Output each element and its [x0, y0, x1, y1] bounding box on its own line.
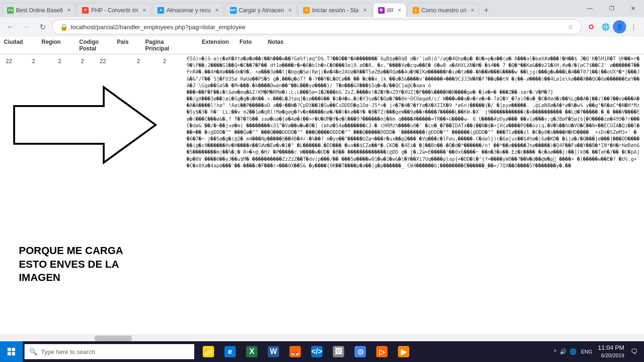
tab-favicon-t4: BP	[230, 7, 237, 14]
tab-label-t5: Iniciar sesión - Sta	[312, 7, 359, 14]
maximize-button[interactable]: ❐	[601, 0, 622, 17]
taskbar-app-vs-code[interactable]: </>	[306, 341, 327, 362]
tab-favicon-t6: ⊞	[378, 7, 385, 14]
opera-icon[interactable]: O	[585, 20, 598, 33]
taskbar-app-word[interactable]: W	[263, 341, 284, 362]
url-bar[interactable]: 🔒 localhost/parcial2/handler_employees.p…	[52, 19, 582, 34]
network-icon[interactable]: 🌐	[570, 348, 577, 355]
tab-close-t6[interactable]: ✕	[397, 8, 401, 13]
text-annotation: PORQUE ME CARGA ESTO ENVES DE LA IMAGEN	[19, 244, 123, 285]
menu-button[interactable]: ⋮	[627, 20, 640, 33]
notifications-button[interactable]: 🗨	[628, 341, 640, 362]
taskbar-app-icon-excel: X	[246, 346, 257, 357]
taskbar-app-icon-word: W	[268, 346, 279, 357]
taskbar-app-firefox[interactable]: 🦊	[285, 341, 305, 362]
header-codigo: Codigo Postal	[79, 39, 117, 52]
tab-t4[interactable]: BPCargar y Almacen✕	[225, 3, 297, 17]
tab-favicon-t7: S	[413, 7, 419, 14]
tab-close-t7[interactable]: ✕	[471, 8, 474, 13]
profile-avatar[interactable]: 👤	[613, 20, 626, 33]
tab-t5[interactable]: SIniciar sesión - Sta✕	[298, 3, 372, 17]
taskbar-app-edge[interactable]: e	[220, 341, 240, 362]
taskbar-app-excel[interactable]: X	[241, 341, 262, 362]
tab-close-t4[interactable]: ✕	[288, 8, 292, 13]
scrollbar-thumb[interactable]	[94, 336, 132, 341]
search-placeholder-text: Type here to search	[41, 348, 95, 355]
window-controls: — ❐ ✕	[579, 0, 644, 17]
new-tab-button[interactable]: +	[479, 4, 493, 17]
header-foto: Foto	[239, 39, 268, 52]
cell-ciudad: 22	[4, 58, 30, 65]
search-icon: 🔍	[29, 348, 37, 355]
tab-close-t2[interactable]: ✕	[142, 8, 146, 13]
chevron-icon[interactable]: ^	[554, 348, 557, 355]
translate-icon[interactable]: 🌐	[599, 20, 612, 33]
taskbar-app-icon-vlc: ▶	[398, 346, 409, 357]
taskbar-app-paint[interactable]: 🖼	[328, 341, 349, 362]
reload-button[interactable]: ↻	[36, 20, 49, 33]
page-content: Ciudad Region Codigo Postal Pais Pagina …	[0, 37, 644, 341]
garbled-text-area: €5ö)>�(ö-ø)c�øK�Xtø�ø�ø��(��h���w��?Gø%f…	[184, 54, 644, 341]
taskbar-apps: 📁eXW🦊</>🖼⊙▷▶	[198, 341, 414, 362]
tab-favicon-t2: P	[82, 7, 89, 14]
system-icons: ^ 🔊 🌐	[554, 348, 577, 355]
taskbar-app-vlc[interactable]: ▶	[393, 341, 414, 362]
bookmark-icon[interactable]: ☆	[568, 23, 574, 31]
taskbar: 🔍 Type here to search 📁eXW🦊</>🖼⊙▷▶ ^ 🔊 🌐…	[0, 341, 644, 362]
taskbar-app-icon-vs-code: </>	[311, 346, 322, 357]
clock-date: 6/20/2019	[598, 352, 624, 359]
tab-label-t4: Cargar y Almacen	[239, 7, 284, 14]
address-bar: ← → ↻ 🔒 localhost/parcial2/handler_emplo…	[0, 17, 644, 37]
tab-label-t7: Como muestro un	[421, 7, 466, 14]
horizontal-scrollbar[interactable]	[0, 335, 644, 341]
left-panel: 22 2 2 2 22 2 2 PORQUE ME CARGA	[0, 54, 184, 341]
taskbar-app-file-explorer[interactable]: 📁	[198, 341, 219, 362]
header-region: Region	[41, 39, 79, 52]
start-button[interactable]	[0, 341, 23, 362]
header-pagina: Pagina Principal	[145, 39, 202, 52]
language-indicator: ENG	[581, 349, 593, 354]
close-button[interactable]: ✕	[622, 0, 644, 17]
lock-icon: 🔒	[60, 23, 68, 31]
taskbar-app-chrome[interactable]: ⊙	[350, 341, 371, 362]
tab-favicon-t3: A	[157, 7, 164, 14]
cell-extension: 2	[135, 58, 161, 65]
clock-time: 11:04 PM	[598, 344, 624, 352]
taskbar-system: ^ 🔊 🌐 ENG 11:04 PM 6/20/2019 🗨	[550, 341, 644, 362]
taskbar-app-icon-edge: e	[224, 346, 236, 357]
cell-region: 2	[30, 58, 57, 65]
header-pais: Pais	[117, 39, 145, 52]
cell-foto: 2	[161, 58, 180, 65]
forward-button[interactable]: →	[20, 20, 33, 33]
tab-close-t5[interactable]: ✕	[363, 8, 367, 13]
search-bar[interactable]: 🔍 Type here to search	[25, 344, 194, 359]
clock: 11:04 PM 6/20/2019	[598, 344, 624, 359]
taskbar-app-icon-chrome: ⊙	[355, 346, 366, 357]
back-button[interactable]: ←	[4, 20, 17, 33]
tab-favicon-t5: S	[303, 7, 310, 14]
tab-t6[interactable]: ⊞////✕	[373, 3, 406, 17]
header-notas: Notas	[268, 39, 640, 52]
volume-icon[interactable]: 🔊	[560, 348, 567, 355]
table-header: Ciudad Region Codigo Postal Pais Pagina …	[0, 37, 644, 54]
tab-t3[interactable]: AAlmacenar y recu✕	[152, 3, 223, 17]
cell-pagina: 22	[98, 58, 135, 65]
tab-label-t2: PHP - Convertir im	[91, 7, 138, 14]
tab-label-t3: Almacenar y recu	[166, 7, 210, 14]
taskbar-app-icon-firefox: 🦊	[289, 346, 301, 357]
tab-close-t3[interactable]: ✕	[215, 8, 219, 13]
tab-bar: CbBest Online Base6✕PPHP - Convertir im✕…	[0, 0, 644, 17]
cell-pais: 2	[79, 58, 98, 65]
tab-close-t1[interactable]: ✕	[67, 8, 71, 13]
tab-favicon-t1: Cb	[7, 7, 14, 14]
taskbar-app-app9[interactable]: ▷	[372, 341, 392, 362]
arrow-annotation	[9, 78, 160, 174]
tab-t2[interactable]: PPHP - Convertir im✕	[77, 3, 151, 17]
minimize-button[interactable]: —	[579, 0, 601, 17]
browser-window: CbBest Online Base6✕PPHP - Convertir im✕…	[0, 0, 644, 362]
cell-codigo: 2	[56, 58, 79, 65]
tab-t7[interactable]: SComo muestro un✕	[407, 3, 479, 17]
url-text: localhost/parcial2/handler_employees.php…	[71, 24, 565, 31]
svg-marker-0	[14, 87, 156, 163]
tab-t1[interactable]: CbBest Online Base6✕	[2, 3, 76, 17]
